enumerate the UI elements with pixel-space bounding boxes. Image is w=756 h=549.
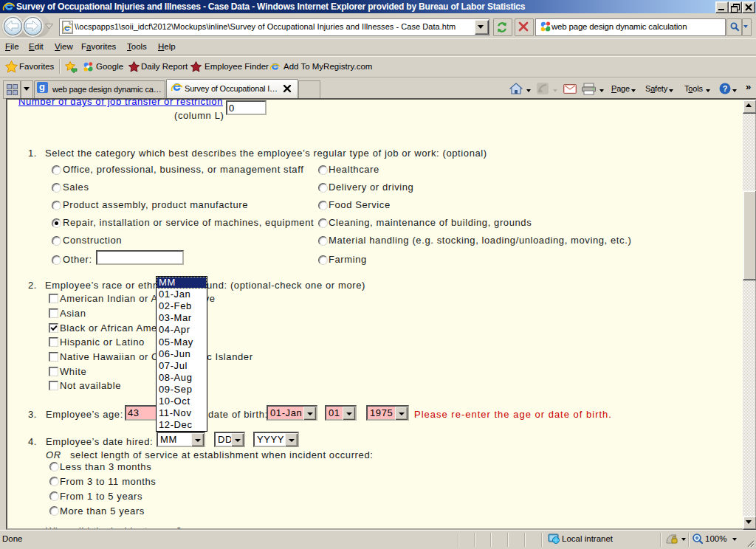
svg-text:?: ? bbox=[723, 84, 728, 93]
